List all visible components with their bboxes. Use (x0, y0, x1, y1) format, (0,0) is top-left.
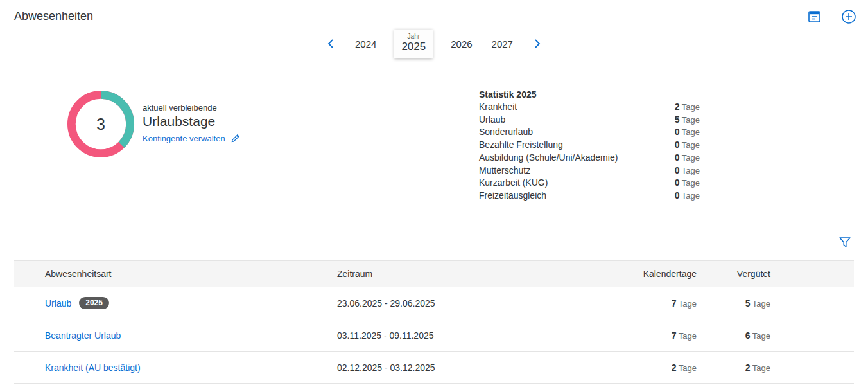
absences-table: Abwesenheitsart Zeitraum Kalendertage Ve… (14, 260, 854, 384)
days-value: 7 Tage (672, 330, 697, 341)
page-title: Abwesenheiten (14, 10, 93, 23)
col-header-abwesenheitsart: Abwesenheitsart (45, 269, 337, 279)
zeitraum-value: 03.11.2025 - 09.11.2025 (337, 330, 594, 341)
statistics-panel: Statistik 2025 Krankheit2 TageUrlaub5 Ta… (479, 89, 700, 202)
app-header: Abwesenheiten (0, 0, 868, 33)
chevron-left-icon[interactable] (324, 37, 337, 50)
stat-row: Kurzarbeit (KUG)0 Tage (479, 177, 700, 190)
table-header-row: Abwesenheitsart Zeitraum Kalendertage Ve… (14, 260, 854, 287)
days-value: 0 Tage (675, 190, 700, 202)
year-caption: Jahr (408, 33, 420, 40)
col-header-verguetet: Vergütet (697, 269, 770, 279)
stat-label: Kurzarbeit (KUG) (479, 177, 548, 189)
calendar-icon[interactable] (806, 8, 823, 25)
year-badge: 2025 (79, 297, 109, 309)
stat-row: Freizeitausgleich0 Tage (479, 190, 700, 202)
days-value: 0 Tage (675, 165, 700, 177)
absence-type-link[interactable]: Beantragter Urlaub (45, 330, 121, 341)
absence-type-link[interactable]: Krankheit (AU bestätigt) (45, 363, 141, 373)
summary-title: Urlaubstage (143, 114, 241, 129)
stat-label: Urlaub (479, 114, 505, 126)
days-value: 2 Tage (675, 101, 700, 114)
col-header-zeitraum: Zeitraum (337, 269, 594, 279)
zeitraum-value: 02.12.2025 - 03.12.2025 (337, 363, 594, 373)
stat-label: Mutterschutz (479, 165, 530, 177)
table-row[interactable]: Beantragter Urlaub03.11.2025 - 09.11.202… (14, 319, 854, 352)
stat-row: Krankheit2 Tage (479, 101, 700, 114)
year-tab-2026[interactable]: 2026 (449, 36, 473, 52)
vacation-summary: aktuell verbleibende Urlaubstage Konting… (143, 103, 241, 143)
statistics-title: Statistik 2025 (479, 89, 700, 101)
stat-row: Urlaub5 Tage (479, 114, 700, 127)
days-value: 0 Tage (675, 139, 700, 152)
days-value: 2 Tage (672, 363, 697, 373)
edit-pencil-icon[interactable] (230, 133, 241, 143)
stat-label: Krankheit (479, 101, 517, 113)
days-value: 2 Tage (745, 363, 770, 373)
days-value: 5 Tage (745, 298, 770, 309)
filter-icon[interactable] (837, 233, 853, 253)
stat-row: Mutterschutz0 Tage (479, 165, 700, 177)
stat-row: Bezahlte Freistellung0 Tage (479, 139, 700, 152)
days-value: 0 Tage (675, 152, 700, 165)
stat-label: Bezahlte Freistellung (479, 139, 563, 151)
days-value: 0 Tage (675, 177, 700, 190)
stat-label: Freizeitausgleich (479, 190, 546, 202)
stat-row: Ausbildung (Schule/Uni/Akademie)0 Tage (479, 152, 700, 165)
vacation-donut-chart: 3 (66, 89, 135, 159)
add-circle-icon[interactable] (840, 8, 858, 26)
stat-label: Sonderurlaub (479, 126, 533, 138)
days-value: 0 Tage (675, 126, 700, 139)
remaining-days-value: 3 (66, 89, 135, 159)
days-value: 6 Tage (745, 330, 770, 341)
zeitraum-value: 23.06.2025 - 29.06.2025 (337, 298, 594, 309)
days-value: 7 Tage (672, 298, 697, 309)
summary-caption: aktuell verbleibende (143, 103, 241, 112)
chevron-right-icon[interactable] (531, 37, 544, 50)
stat-row: Sonderurlaub0 Tage (479, 126, 700, 139)
table-row[interactable]: Urlaub202523.06.2025 - 29.06.20257 Tage5… (14, 287, 854, 319)
col-header-kalendertage: Kalendertage (594, 269, 697, 279)
selected-year-value: 2025 (401, 40, 426, 53)
stat-label: Ausbildung (Schule/Uni/Akademie) (479, 152, 618, 164)
header-actions (806, 8, 858, 26)
manage-quotas-link[interactable]: Kontingente verwalten (143, 134, 225, 143)
year-tab-selected[interactable]: Jahr 2025 (394, 30, 433, 58)
table-row[interactable]: Krankheit (AU bestätigt)02.12.2025 - 03.… (14, 352, 854, 384)
year-navigation: 2024 Jahr 2025 2026 2027 (0, 30, 868, 58)
year-tab-2024[interactable]: 2024 (354, 36, 378, 52)
absence-type-link[interactable]: Urlaub (45, 298, 71, 309)
days-value: 5 Tage (675, 114, 700, 127)
year-tab-2027[interactable]: 2027 (490, 36, 514, 52)
